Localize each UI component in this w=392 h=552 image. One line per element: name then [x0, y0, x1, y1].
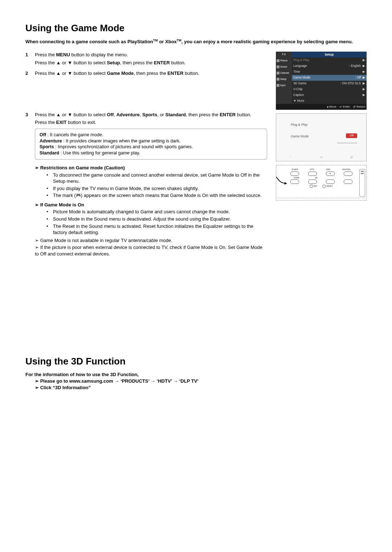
- section1-title: Using the Game Mode: [25, 22, 367, 35]
- step-3: 3 Press the ▲ or ▼ button to select Off,…: [25, 112, 267, 258]
- note-1: Game Mode is not available in regular TV…: [35, 237, 267, 244]
- remote-diagram: SLEEPMTSSRSADD/DEL GAME3D SET RESET: [276, 165, 367, 201]
- osd-game-mode-popup: Plug & Play Game Mode Off 〉↵↺: [276, 113, 367, 161]
- setup-icon: [277, 78, 279, 81]
- restrictions-head: Restrictions on Game mode (Caution): [35, 165, 267, 171]
- return-icon: ↺: [350, 155, 353, 160]
- section2-title: Using the 3D Function: [25, 355, 367, 368]
- enter-icon: ↵: [320, 155, 323, 160]
- section2-line1: ➢ Please go to www.samsung.com → ‘PRODUC…: [35, 378, 367, 384]
- move-updown-icon: ♦: [327, 105, 329, 109]
- step-2: 2 Press the ▲ or ▼ button to select Game…: [25, 70, 267, 78]
- if-game-mode-on-head: If Game Mode is On: [35, 202, 267, 208]
- note-2: If the picture is poor when external dev…: [35, 244, 267, 257]
- if-on-list: Picture Mode is automatically changed to…: [35, 209, 267, 235]
- picture-icon: [277, 59, 279, 62]
- return-icon: ↺: [353, 105, 356, 109]
- osd-setup-menu: T V Picture Sound Channel Setup Input Se…: [276, 52, 367, 110]
- section1-intro: When connecting to a game console such a…: [25, 38, 367, 45]
- move-icon: 〉: [290, 155, 293, 160]
- restrictions-list: To disconnect the game console and conne…: [35, 172, 267, 199]
- sound-icon: [277, 65, 279, 68]
- section2-line2: ➢ Click “3D Information”: [35, 384, 367, 391]
- step-1: 1 Press the MENU button to display the m…: [25, 52, 267, 67]
- section2-intro: For the information of how to use the 3D…: [25, 371, 367, 378]
- controller-icon: [76, 192, 81, 197]
- mode-descriptions: Off : It cancels the game mode. Adventur…: [35, 129, 267, 160]
- channel-icon: [277, 72, 279, 74]
- input-icon: [277, 84, 279, 87]
- enter-icon: ↵: [339, 105, 342, 109]
